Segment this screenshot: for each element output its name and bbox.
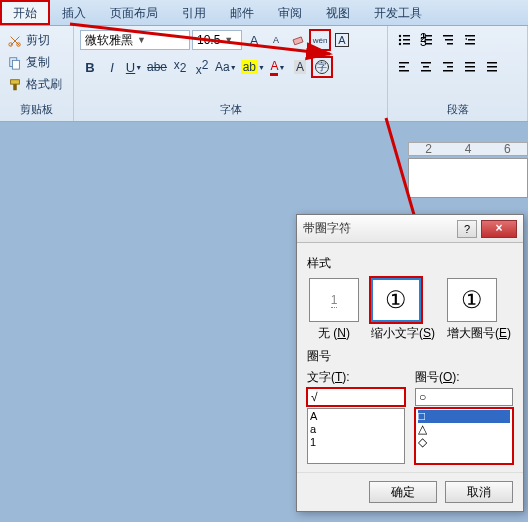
align-center-button[interactable] xyxy=(416,57,436,77)
highlight-button[interactable]: ab▼ xyxy=(240,57,266,77)
scissors-icon xyxy=(8,34,22,48)
indent-dec-button[interactable] xyxy=(460,30,480,50)
tab-developer[interactable]: 开发工具 xyxy=(362,0,434,25)
strikethrough-button[interactable]: abe xyxy=(146,57,168,77)
svg-rect-18 xyxy=(425,43,432,45)
ring-input[interactable] xyxy=(415,388,513,406)
tab-review[interactable]: 审阅 xyxy=(266,0,314,25)
align-left-icon xyxy=(397,60,411,74)
grow-font-button[interactable]: A xyxy=(244,30,264,50)
bold-button[interactable]: B xyxy=(80,57,100,77)
clear-format-button[interactable] xyxy=(288,30,308,50)
svg-rect-31 xyxy=(443,62,453,64)
change-case-button[interactable]: Aa▼ xyxy=(214,57,238,77)
chevron-down-icon: ▼ xyxy=(224,35,233,45)
svg-rect-5 xyxy=(13,84,17,90)
style-enlarge-preview: ① xyxy=(447,278,497,322)
copy-icon xyxy=(8,56,22,70)
svg-rect-35 xyxy=(465,66,475,68)
aa-text: Aa xyxy=(215,60,230,74)
dialog-title: 带圈字符 xyxy=(303,220,457,237)
distribute-button[interactable] xyxy=(482,57,502,77)
style-none-option[interactable]: 1 无 (N) xyxy=(309,278,359,342)
svg-point-7 xyxy=(399,35,401,37)
align-right-button[interactable] xyxy=(438,57,458,77)
paragraph-group-label: 段落 xyxy=(392,100,523,119)
chevron-down-icon: ▼ xyxy=(137,35,146,45)
dialog-help-button[interactable]: ? xyxy=(457,220,477,238)
align-right-icon xyxy=(441,60,455,74)
svg-rect-10 xyxy=(403,39,410,41)
text-input[interactable] xyxy=(307,388,405,406)
subscript-button[interactable]: x2 xyxy=(170,57,190,77)
dialog-close-button[interactable]: × xyxy=(481,220,517,238)
svg-rect-22 xyxy=(465,35,475,37)
character-border-button[interactable]: A xyxy=(332,30,352,50)
format-painter-button[interactable]: 格式刷 xyxy=(4,74,69,95)
font-color-button[interactable]: A▼ xyxy=(268,57,288,77)
align-left-button[interactable] xyxy=(394,57,414,77)
tab-insert[interactable]: 插入 xyxy=(50,0,98,25)
svg-rect-28 xyxy=(421,62,431,64)
bullets-button[interactable] xyxy=(394,30,414,50)
superscript-button[interactable]: x2 xyxy=(192,57,212,77)
tab-start[interactable]: 开始 xyxy=(0,0,50,25)
copy-label: 复制 xyxy=(26,54,50,71)
char-shading-button[interactable]: A xyxy=(290,57,310,77)
font-name-combo[interactable]: 微软雅黑 ▼ xyxy=(80,30,190,50)
svg-point-9 xyxy=(399,39,401,41)
svg-rect-26 xyxy=(399,66,405,68)
svg-rect-24 xyxy=(465,43,475,45)
svg-rect-29 xyxy=(423,66,429,68)
justify-button[interactable] xyxy=(460,57,480,77)
brush-icon xyxy=(8,78,22,92)
svg-rect-21 xyxy=(447,43,453,45)
ok-button[interactable]: 确定 xyxy=(369,481,437,503)
enclose-char-dialog: 带圈字符 ? × 样式 1 无 (N) ① 缩小文字(S) ① 增大圈号(E) … xyxy=(296,214,524,512)
shrink-font-button[interactable]: A xyxy=(266,30,286,50)
document-page[interactable] xyxy=(408,158,528,198)
style-shrink-option[interactable]: ① 缩小文字(S) xyxy=(371,278,435,342)
svg-rect-27 xyxy=(399,70,409,72)
brush-label: 格式刷 xyxy=(26,76,62,93)
bullets-icon xyxy=(397,33,411,47)
align-center-icon xyxy=(419,60,433,74)
svg-rect-33 xyxy=(443,70,453,72)
svg-rect-12 xyxy=(403,43,410,45)
svg-rect-4 xyxy=(11,79,20,83)
multilevel-button[interactable] xyxy=(438,30,458,50)
enclose-char-button[interactable]: 字 xyxy=(312,57,332,77)
tab-layout[interactable]: 页面布局 xyxy=(98,0,170,25)
tab-view[interactable]: 视图 xyxy=(314,0,362,25)
phonetic-guide-button[interactable]: wén xyxy=(310,30,330,50)
italic-button[interactable]: I xyxy=(102,57,122,77)
svg-rect-19 xyxy=(443,35,453,37)
copy-button[interactable]: 复制 xyxy=(4,52,69,73)
style-none-preview: 1 xyxy=(309,278,359,322)
ring-listbox[interactable]: □△ ◇ xyxy=(415,408,513,464)
style-shrink-preview: ① xyxy=(371,278,421,322)
svg-rect-25 xyxy=(399,62,409,64)
ruler: 2 4 6 xyxy=(408,142,528,156)
numbering-icon: 123 xyxy=(419,33,433,47)
tab-reference[interactable]: 引用 xyxy=(170,0,218,25)
text-listbox[interactable]: A a 1 xyxy=(307,408,405,464)
ring-section-label: 圈号 xyxy=(307,348,513,365)
svg-rect-8 xyxy=(403,35,410,37)
cut-button[interactable]: 剪切 xyxy=(4,30,69,51)
underline-button[interactable]: U▼ xyxy=(124,57,144,77)
svg-rect-37 xyxy=(487,62,497,64)
svg-rect-39 xyxy=(487,70,497,72)
numbering-button[interactable]: 123 xyxy=(416,30,436,50)
svg-rect-34 xyxy=(465,62,475,64)
font-size-combo[interactable]: 10.5 ▼ xyxy=(192,30,242,50)
eraser-icon xyxy=(291,33,305,47)
svg-rect-20 xyxy=(445,39,453,41)
font-size-value: 10.5 xyxy=(197,33,220,47)
svg-rect-30 xyxy=(421,70,431,72)
cancel-button[interactable]: 取消 xyxy=(445,481,513,503)
font-group-label: 字体 xyxy=(78,100,383,119)
tab-mail[interactable]: 邮件 xyxy=(218,0,266,25)
style-enlarge-option[interactable]: ① 增大圈号(E) xyxy=(447,278,511,342)
justify-icon xyxy=(463,60,477,74)
